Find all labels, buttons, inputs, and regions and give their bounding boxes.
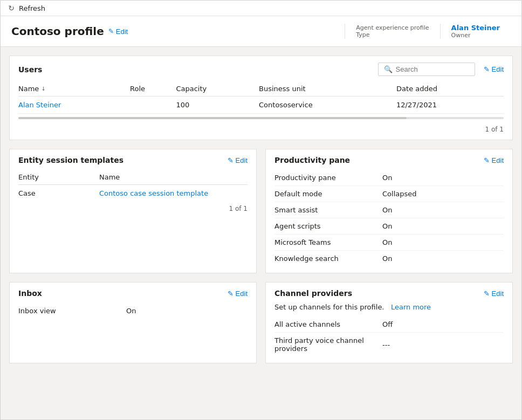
edit-icon-inbox: ✎	[228, 290, 233, 298]
users-edit-button[interactable]: ✎ Edit	[484, 65, 504, 73]
top-bar: ↻ Refresh	[1, 1, 521, 16]
sort-icon: ↓	[41, 86, 45, 92]
channel-providers-header: Channel providers ✎ Edit	[274, 289, 504, 298]
entity-session-header: Entity session templates ✎ Edit	[18, 156, 248, 164]
profile-title: Contoso profile	[11, 25, 104, 38]
col-capacity: Capacity	[176, 81, 259, 97]
edit-icon: ✎	[108, 27, 114, 35]
col-business-unit: Business unit	[259, 81, 396, 97]
channel-providers-title: Channel providers	[274, 289, 352, 298]
user-role	[130, 97, 176, 114]
scrollbar-area[interactable]	[18, 117, 504, 119]
users-table: Name ↓ Role Capacity Business unit Date …	[18, 81, 504, 114]
entity-pagination: 1 of 1	[18, 202, 248, 212]
entity-session-panel: Entity session templates ✎ Edit Entity N…	[9, 149, 257, 273]
entity-name-link[interactable]: Contoso case session template	[99, 189, 208, 197]
col-role: Role	[130, 81, 176, 97]
entity-row: Case Contoso case session template	[18, 185, 248, 202]
two-col-middle: Entity session templates ✎ Edit Entity N…	[9, 149, 513, 273]
table-row: Alan Steiner 100 Contososervice 12/27/20…	[18, 97, 504, 114]
prop-row-3: Agent scripts On	[274, 218, 504, 235]
col-name: Name ↓	[18, 81, 130, 97]
prop-row-1: Default mode Collapsed	[274, 186, 504, 202]
inbox-title: Inbox	[18, 289, 42, 298]
owner-meta-block: Alan Steiner Owner	[440, 24, 511, 39]
prop-row-2: Smart assist On	[274, 202, 504, 218]
user-name-link[interactable]: Alan Steiner	[18, 101, 61, 109]
productivity-pane-header: Productivity pane ✎ Edit	[274, 156, 504, 164]
users-title: Users	[18, 65, 42, 74]
owner-label: Owner	[451, 32, 500, 39]
channel-prop-row-0: All active channels Off	[274, 316, 504, 333]
user-business-unit: Contososervice	[259, 97, 396, 114]
users-section: Users 🔍 ✎ Edit	[9, 56, 513, 140]
type-meta-block: Agent experience profile Type	[345, 24, 439, 39]
prop-row-4: Microsoft Teams On	[274, 235, 504, 251]
profile-title-area: Contoso profile ✎ Edit	[11, 24, 334, 39]
users-search-box[interactable]: 🔍	[378, 63, 475, 76]
inbox-header: Inbox ✎ Edit	[18, 289, 248, 298]
entity-col-entity: Entity	[18, 170, 99, 185]
header-section: Contoso profile ✎ Edit Agent experience …	[1, 16, 521, 47]
user-capacity: 100	[176, 97, 259, 114]
edit-icon-productivity: ✎	[484, 156, 490, 164]
users-pagination: 1 of 1	[18, 122, 504, 133]
inbox-prop-row-0: Inbox view On	[18, 303, 248, 319]
edit-icon-channel: ✎	[484, 290, 490, 298]
channel-providers-panel: Channel providers ✎ Edit Set up channels…	[265, 282, 513, 363]
scrollbar-thumb	[18, 117, 407, 119]
edit-icon-entity: ✎	[228, 156, 233, 164]
profile-edit-label: Edit	[116, 27, 128, 36]
entity-session-edit-button[interactable]: ✎ Edit	[228, 156, 248, 164]
entity-entity: Case	[18, 185, 99, 202]
two-col-bottom: Inbox ✎ Edit Inbox view On Channel provi	[9, 282, 513, 363]
channel-prop-row-1: Third party voice channel providers ---	[274, 333, 504, 356]
inbox-props: Inbox view On	[18, 303, 248, 319]
entity-session-title: Entity session templates	[18, 156, 123, 164]
productivity-pane-title: Productivity pane	[274, 156, 350, 164]
owner-value: Alan Steiner	[451, 24, 500, 32]
users-edit-label: Edit	[492, 65, 504, 73]
entity-col-name: Name	[99, 170, 248, 185]
user-date-added: 12/27/2021	[396, 97, 504, 114]
col-date-added: Date added	[396, 81, 504, 97]
inbox-edit-button[interactable]: ✎ Edit	[228, 290, 248, 298]
channel-props: All active channels Off Third party voic…	[274, 316, 504, 356]
edit-icon-users: ✎	[484, 65, 490, 73]
channel-providers-edit-button[interactable]: ✎ Edit	[484, 290, 504, 298]
learn-more-link[interactable]: Learn more	[391, 303, 431, 311]
users-section-header: Users 🔍 ✎ Edit	[18, 63, 504, 76]
refresh-label[interactable]: Refresh	[19, 4, 45, 12]
profile-edit-button[interactable]: ✎ Edit	[108, 27, 128, 36]
productivity-props: Productivity pane On Default mode Collap…	[274, 170, 504, 266]
refresh-icon[interactable]: ↻	[7, 4, 16, 12]
inbox-panel: Inbox ✎ Edit Inbox view On	[9, 282, 257, 363]
entity-table: Entity Name Case Contoso case session te…	[18, 170, 248, 202]
search-input[interactable]	[396, 65, 469, 73]
users-actions: 🔍 ✎ Edit	[378, 63, 504, 76]
type-label: Agent experience profile	[356, 24, 429, 31]
productivity-pane-panel: Productivity pane ✎ Edit Productivity pa…	[265, 149, 513, 273]
header-meta: Agent experience profile Type Alan Stein…	[345, 24, 511, 39]
productivity-pane-edit-button[interactable]: ✎ Edit	[484, 156, 504, 164]
channel-desc: Set up channels for this profile. Learn …	[274, 303, 504, 311]
type-sub-label: Type	[356, 31, 429, 38]
prop-row-0: Productivity pane On	[274, 170, 504, 186]
prop-row-5: Knowledge search On	[274, 251, 504, 266]
main-content: Users 🔍 ✎ Edit	[1, 47, 521, 419]
search-icon: 🔍	[384, 65, 393, 73]
